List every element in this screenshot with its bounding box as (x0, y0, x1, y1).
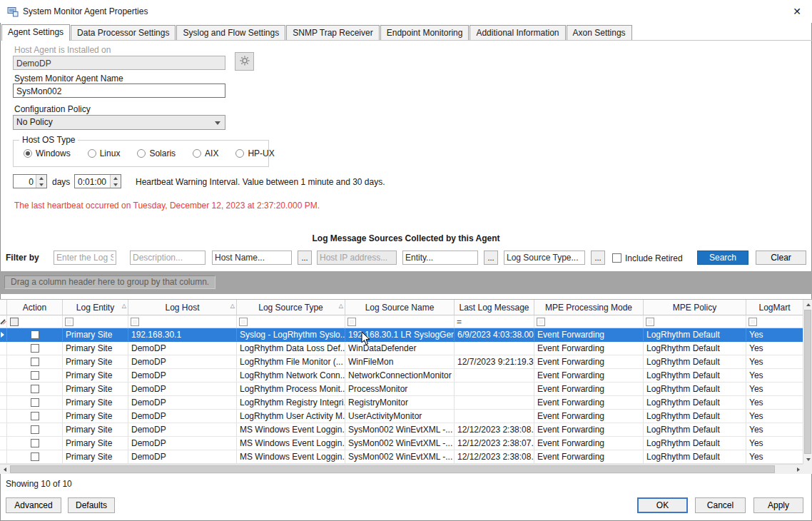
clear-button[interactable]: Clear (756, 251, 806, 265)
filter-action-cell[interactable] (7, 315, 63, 328)
host-name-filter-input[interactable] (212, 251, 292, 265)
column-header-log-source-type[interactable]: Log Source Type△ (237, 300, 345, 315)
filter-icon[interactable] (347, 318, 356, 326)
table-row[interactable]: Primary SiteDemoDPMS Windows Event Loggi… (0, 450, 803, 464)
filter-icon[interactable] (537, 318, 545, 326)
tab-axon-settings[interactable]: Axon Settings (567, 25, 632, 40)
radio-aix[interactable]: AIX (193, 148, 218, 158)
host-agent-input[interactable]: DemoDP (13, 56, 225, 70)
filter-log-source-name-cell[interactable] (345, 315, 455, 328)
advanced-button[interactable]: Advanced (6, 497, 61, 513)
entity-browse-button[interactable]: ... (484, 251, 498, 265)
entity-filter-input[interactable] (402, 251, 478, 265)
h-scrollbar[interactable] (0, 464, 803, 474)
table-row[interactable]: Primary SiteDemoDPMS Windows Event Loggi… (0, 423, 803, 437)
column-header-last-log-message[interactable]: Last Log Message (455, 300, 534, 315)
radio-linux[interactable]: Linux (88, 148, 121, 158)
interval-stepper[interactable]: 0:01:00 (74, 174, 121, 188)
table-row[interactable]: Primary SiteDemoDPLogRhythm Process Moni… (0, 383, 803, 396)
table-row[interactable]: Primary Site192.168.30.1Syslog - LogRhyt… (0, 328, 803, 342)
title-bar[interactable]: System Monitor Agent Properties ✕ (0, 0, 812, 23)
spin-down-icon[interactable] (111, 181, 121, 188)
radio-hpux[interactable]: HP-UX (235, 148, 274, 158)
row-checkbox[interactable] (31, 439, 39, 447)
table-row[interactable]: Primary SiteDemoDPLogRhythm File Monitor… (0, 355, 803, 369)
row-checkbox[interactable] (31, 412, 39, 420)
radio-solaris[interactable]: Solaris (137, 148, 176, 158)
column-header-logmart[interactable]: LogMart (746, 300, 803, 315)
radio-windows[interactable]: Windows (24, 148, 71, 158)
agent-lookup-button[interactable] (235, 52, 254, 71)
v-scrollbar[interactable] (803, 300, 812, 464)
row-checkbox[interactable] (31, 425, 39, 434)
scroll-left-icon[interactable] (0, 465, 9, 474)
row-checkbox[interactable] (31, 385, 39, 393)
row-checkbox[interactable] (31, 452, 39, 461)
filter-log-source-type-cell[interactable] (237, 315, 345, 328)
log-source-filter-input[interactable] (54, 251, 116, 265)
filter-checkbox[interactable] (10, 318, 19, 326)
column-header-log-source-name[interactable]: Log Source Name (345, 300, 455, 315)
apply-button[interactable]: Apply (753, 497, 803, 513)
v-scroll-thumb[interactable] (804, 310, 811, 454)
table-row[interactable]: Primary SiteDemoDPLogRhythm Network Conn… (0, 369, 803, 383)
include-retired-checkbox[interactable] (612, 253, 621, 263)
host-ip-filter-input[interactable] (317, 251, 397, 265)
filter-last-log-cell[interactable]: = (455, 315, 534, 328)
filter-icon[interactable] (748, 318, 757, 326)
row-checkbox[interactable] (31, 371, 39, 380)
scroll-down-icon[interactable] (803, 455, 812, 464)
filter-log-entity-cell[interactable] (63, 315, 128, 328)
stepper-arrows[interactable] (36, 175, 46, 188)
close-button[interactable]: ✕ (789, 4, 805, 19)
host-name-browse-button[interactable]: ... (298, 251, 312, 265)
column-header-mpe-processing-mode[interactable]: MPE Processing Mode (534, 300, 644, 315)
filter-icon[interactable] (239, 318, 248, 326)
description-filter-input[interactable] (130, 251, 205, 265)
table-row[interactable]: Primary SiteDemoDPLogRhythm Data Loss De… (0, 342, 803, 355)
cell-logmart: Yes (746, 328, 803, 341)
search-button[interactable]: Search (697, 251, 748, 265)
filter-icon[interactable] (65, 318, 73, 326)
row-checkbox[interactable] (31, 330, 39, 339)
table-row[interactable]: Primary SiteDemoDPLogRhythm Registry Int… (0, 396, 803, 410)
row-checkbox[interactable] (31, 358, 39, 366)
tab-syslog-flow-settings[interactable]: Syslog and Flow Settings (176, 25, 285, 40)
tab-agent-settings[interactable]: Agent Settings (1, 24, 70, 41)
spin-up-icon[interactable] (36, 175, 46, 181)
equals-operator-icon[interactable]: = (457, 317, 462, 327)
column-header-log-entity[interactable]: Log Entity△ (63, 300, 128, 315)
tab-data-processor-settings[interactable]: Data Processor Settings (71, 25, 176, 40)
scroll-up-icon[interactable] (803, 300, 812, 309)
filter-mpe-mode-cell[interactable] (534, 315, 644, 328)
spin-down-icon[interactable] (36, 181, 46, 188)
tab-additional-information[interactable]: Additional Information (470, 25, 565, 40)
log-source-type-browse-button[interactable]: ... (591, 251, 605, 265)
column-header-action[interactable]: Action (7, 300, 63, 315)
log-source-type-filter-input[interactable] (504, 251, 585, 265)
table-row[interactable]: Primary SiteDemoDPMS Windows Event Loggi… (0, 437, 803, 450)
row-checkbox[interactable] (31, 398, 39, 407)
filter-mpe-policy-cell[interactable] (644, 315, 746, 328)
tab-endpoint-monitoring[interactable]: Endpoint Monitoring (380, 25, 470, 40)
row-checkbox[interactable] (31, 344, 39, 353)
scroll-right-icon[interactable] (793, 465, 803, 474)
ok-button[interactable]: OK (637, 497, 688, 513)
configuration-policy-select[interactable]: No Policy (13, 115, 225, 130)
cancel-button[interactable]: Cancel (695, 497, 746, 513)
filter-icon[interactable] (131, 318, 139, 326)
defaults-button[interactable]: Defaults (68, 497, 115, 513)
sort-asc-icon: △ (122, 303, 126, 309)
column-header-log-host[interactable]: Log Host△ (128, 300, 237, 315)
h-scroll-thumb[interactable] (10, 465, 775, 473)
tab-snmp-trap-receiver[interactable]: SNMP Trap Receiver (286, 25, 379, 40)
filter-log-host-cell[interactable] (128, 315, 237, 328)
column-header-mpe-policy[interactable]: MPE Policy (644, 300, 746, 315)
table-row[interactable]: Primary SiteDemoDPLogRhythm User Activit… (0, 410, 803, 423)
filter-logmart-cell[interactable] (746, 315, 803, 328)
stepper-arrows[interactable] (110, 175, 121, 188)
filter-icon[interactable] (646, 318, 654, 326)
days-stepper[interactable]: 0 (13, 174, 47, 188)
agent-name-input[interactable]: SysMon002 (13, 84, 225, 98)
spin-up-icon[interactable] (111, 175, 121, 181)
